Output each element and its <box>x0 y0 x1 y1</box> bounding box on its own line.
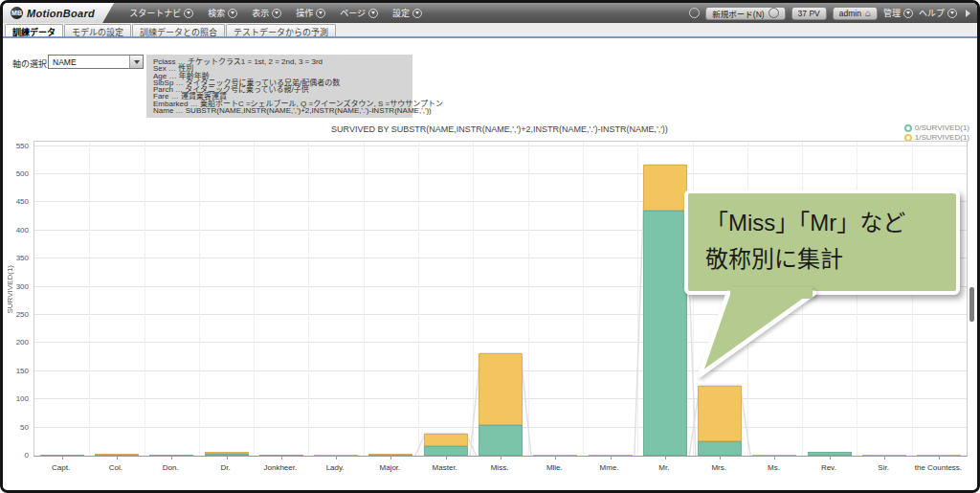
bar-master[interactable] <box>424 434 468 457</box>
dropdown-caret-icon <box>228 9 237 18</box>
x-tick-label: Major. <box>363 463 417 472</box>
tab-3[interactable]: テストデータからの予測 <box>226 24 336 36</box>
y-tick-label: 50 <box>3 423 29 432</box>
page-views-badge: 37 PV <box>791 7 827 20</box>
x-axis-labels: Capt.Col.Don.Dr.Jonkheer.Lady.Major.Mast… <box>33 463 966 472</box>
x-tick-label: Mlle. <box>527 463 582 472</box>
collapse-chevron-icon[interactable] <box>966 10 970 17</box>
x-tick-label: Miss. <box>472 463 526 472</box>
x-tick-label: the Countess. <box>911 463 966 472</box>
y-tick-label: 250 <box>3 310 29 319</box>
segment-survived[interactable] <box>424 434 468 447</box>
user-badge[interactable]: admin ⌂ <box>833 7 878 20</box>
tab-2[interactable]: 訓練データとの照合 <box>132 24 225 36</box>
segment-survived[interactable] <box>95 454 139 455</box>
menu-item-4[interactable]: ページ <box>340 7 378 19</box>
x-tick-label: Col. <box>88 463 143 472</box>
x-tick-label: Mrs. <box>692 463 746 472</box>
tab-0[interactable]: 訓練データ <box>5 24 63 36</box>
legend-item-0[interactable]: 0/SURVIVED(1) <box>904 123 969 132</box>
refresh-icon[interactable] <box>689 8 700 18</box>
header-bar: MB MotionBoard スタートナビ検索表示操作ページ設定 新規ボード(N… <box>3 3 977 23</box>
chart-legend: 0/SURVIVED(1)1/SURVIVED(1) <box>904 123 969 142</box>
axis-select-value: NAME <box>53 57 77 67</box>
x-tick <box>171 456 172 459</box>
admin-menu[interactable]: 管理 <box>883 7 913 19</box>
dropdown-caret-icon <box>272 9 281 18</box>
menu-item-0[interactable]: スタートナビ <box>129 7 193 19</box>
x-tick <box>390 456 391 459</box>
x-tick-label: Lady. <box>307 463 362 472</box>
x-tick <box>665 456 666 459</box>
header-right: 新規ボード(N) 37 PV admin ⌂ 管理 ヘルプ <box>689 7 977 20</box>
column-description-box: Pclass … チケットクラス1 = 1st, 2 = 2nd, 3 = 3r… <box>146 55 412 118</box>
tab-bar: 訓練データモデルの設定訓練データとの照合テストデータからの予測 <box>3 23 977 38</box>
menu-item-5[interactable]: 設定 <box>392 7 422 19</box>
x-tick-label: Sir. <box>856 463 910 472</box>
tab-1[interactable]: モデルの設定 <box>64 24 131 36</box>
y-tick-label: 100 <box>3 394 29 403</box>
y-tick-label: 450 <box>3 197 29 206</box>
callout-text-line1: 「Miss」「Mr」など <box>705 205 939 241</box>
axis-select-label: 軸の選択 <box>12 57 47 70</box>
segment-survived[interactable] <box>479 353 523 425</box>
x-tick <box>336 456 337 459</box>
axis-select-dropdown[interactable]: NAME <box>48 55 144 69</box>
x-tick-label: Don. <box>144 463 198 472</box>
x-tick <box>555 456 556 459</box>
bar-mrs[interactable] <box>698 386 742 456</box>
home-icon: ⌂ <box>865 9 871 18</box>
y-tick-label: 0 <box>3 451 29 459</box>
x-tick-label: Jonkheer. <box>253 463 307 472</box>
y-tick-label: 400 <box>3 226 29 235</box>
segment-survived[interactable] <box>368 454 412 455</box>
segment-survived[interactable] <box>205 452 249 454</box>
x-tick-label: Master. <box>417 463 472 472</box>
segment-not-survived[interactable] <box>698 441 742 456</box>
x-tick-label: Mme. <box>582 463 636 472</box>
x-tick <box>830 456 831 459</box>
x-tick-label: Dr. <box>198 463 253 472</box>
x-tick-label: Rev. <box>801 463 856 472</box>
new-board-button[interactable]: 新規ボード(N) <box>705 7 785 20</box>
x-tick <box>446 456 447 459</box>
x-tick-label: Mr. <box>636 463 691 472</box>
app-logo: MB MotionBoard <box>3 3 114 23</box>
y-tick-label: 150 <box>3 367 29 375</box>
help-menu[interactable]: ヘルプ <box>919 7 957 19</box>
chart-title: SURVIVED BY SUBSTR(NAME,INSTR(NAME,',')+… <box>33 124 966 134</box>
segment-not-survived[interactable] <box>424 446 468 456</box>
motionboard-logo-icon: MB <box>11 7 23 19</box>
menu-bar: スタートナビ検索表示操作ページ設定 <box>129 7 422 19</box>
dropdown-caret-icon <box>184 9 193 18</box>
dropdown-caret-icon <box>316 9 325 18</box>
menu-item-3[interactable]: 操作 <box>296 7 325 19</box>
app-title: MotionBoard <box>27 8 95 19</box>
x-tick <box>939 456 940 459</box>
dropdown-caret-icon <box>903 9 913 18</box>
x-tick <box>611 456 612 459</box>
x-tick-label: Ms. <box>746 463 801 472</box>
segment-survived[interactable] <box>643 165 687 211</box>
bar-miss[interactable] <box>479 353 523 456</box>
vertical-scrollbar-handle[interactable] <box>969 287 974 322</box>
segment-not-survived[interactable] <box>479 425 523 456</box>
motionboard-window: MB MotionBoard スタートナビ検索表示操作ページ設定 新規ボード(N… <box>0 0 980 493</box>
y-tick-label: 300 <box>3 282 29 291</box>
x-tick <box>884 456 885 459</box>
x-tick-label: Capt. <box>33 463 88 472</box>
menu-item-1[interactable]: 検索 <box>208 7 237 19</box>
dropdown-arrow-icon[interactable] <box>129 56 143 68</box>
callout-text-line2: 敬称別に集計 <box>705 241 939 278</box>
x-tick <box>117 456 118 459</box>
x-tick <box>774 456 775 459</box>
dropdown-caret-icon <box>412 9 422 18</box>
segment-survived[interactable] <box>698 386 742 441</box>
x-tick <box>227 456 228 459</box>
x-tick <box>501 456 501 459</box>
x-tick <box>62 456 63 459</box>
info-line-7: Name … SUBSTR(NAME,INSTR(NAME,',')+2,INS… <box>153 107 406 114</box>
y-tick-label: 350 <box>3 254 29 262</box>
content-area: 軸の選択 NAME Pclass … チケットクラス1 = 1st, 2 = 2… <box>3 40 977 490</box>
menu-item-2[interactable]: 表示 <box>252 7 281 19</box>
